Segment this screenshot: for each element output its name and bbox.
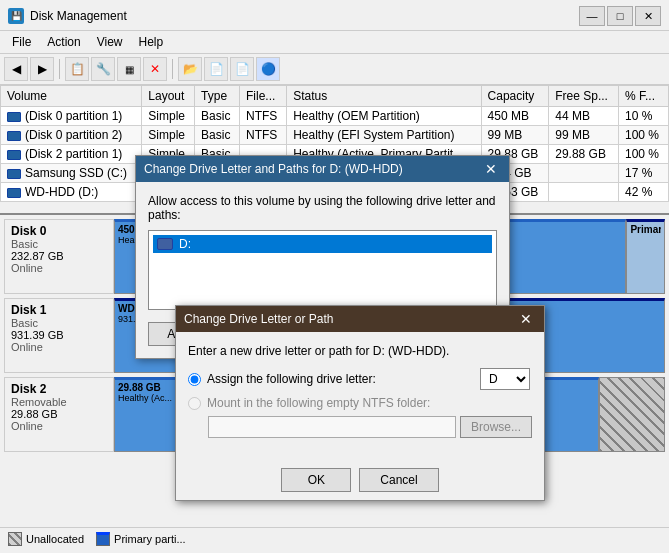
legend-primary-label: Primary parti... <box>114 533 186 545</box>
table-cell: 450 MB <box>481 107 549 126</box>
table-cell: Simple <box>142 107 195 126</box>
disk-size: 931.39 GB <box>11 329 107 341</box>
dialog-change-drive-letter: Change Drive Letter or Path ✕ Enter a ne… <box>175 305 545 501</box>
dialog2-body: Enter a new drive letter or path for D: … <box>176 332 544 460</box>
ntfs-folder-row: Browse... <box>208 416 532 438</box>
dialog1-description: Allow access to this volume by using the… <box>148 194 497 222</box>
menu-view[interactable]: View <box>89 33 131 51</box>
drive-letter-select[interactable]: D E F G <box>480 368 530 390</box>
disk-name: Disk 1 <box>11 303 107 317</box>
legend-unallocated-box <box>8 532 22 546</box>
partition[interactable] <box>599 377 665 452</box>
delete-button[interactable]: ✕ <box>143 57 167 81</box>
toolbar: ◀ ▶ 📋 🔧 ▦ ✕ 📂 📄 📄 🔵 <box>0 54 669 85</box>
help-button[interactable]: 🔧 <box>91 57 115 81</box>
format-button[interactable]: 📄 <box>204 57 228 81</box>
dialog2-footer: OK Cancel <box>176 460 544 500</box>
col-pct[interactable]: % F... <box>618 86 668 107</box>
disk-status: Online <box>11 262 107 274</box>
legend: Unallocated Primary parti... <box>0 527 669 550</box>
back-button[interactable]: ◀ <box>4 57 28 81</box>
col-file[interactable]: File... <box>240 86 287 107</box>
disk-volume-icon <box>7 112 21 122</box>
ok-button[interactable]: OK <box>281 468 351 492</box>
mount-ntfs-radio[interactable] <box>188 397 201 410</box>
new-vol-button[interactable]: 📂 <box>178 57 202 81</box>
col-volume[interactable]: Volume <box>1 86 142 107</box>
disk-label: Disk 1 Basic 931.39 GB Online <box>4 298 114 373</box>
maximize-button[interactable]: □ <box>607 6 633 26</box>
table-cell: Healthy (OEM Partition) <box>287 107 481 126</box>
col-layout[interactable]: Layout <box>142 86 195 107</box>
table-cell: Simple <box>142 126 195 145</box>
disk-type: Basic <box>11 317 107 329</box>
browse-button: Browse... <box>460 416 532 438</box>
table-cell: NTFS <box>240 107 287 126</box>
dialog2-description: Enter a new drive letter or path for D: … <box>188 344 532 358</box>
dialog1-title-bar: Change Drive Letter and Paths for D: (WD… <box>136 156 509 182</box>
cancel-button[interactable]: Cancel <box>359 468 438 492</box>
assign-letter-radio[interactable] <box>188 373 201 386</box>
menu-help[interactable]: Help <box>131 33 172 51</box>
close-button[interactable]: ✕ <box>635 6 661 26</box>
disk-small-icon <box>157 238 173 250</box>
table-cell: 100 % <box>618 126 668 145</box>
dialog1-list-item[interactable]: D: <box>153 235 492 253</box>
partition[interactable]: Primar... <box>626 219 665 294</box>
col-free[interactable]: Free Sp... <box>549 86 619 107</box>
disk-volume-icon <box>7 150 21 160</box>
disk-name: Disk 2 <box>11 382 107 396</box>
title-bar: 💾 Disk Management — □ ✕ <box>0 0 669 31</box>
table-row[interactable]: (Disk 0 partition 1)SimpleBasicNTFSHealt… <box>1 107 669 126</box>
table-cell <box>549 164 619 183</box>
legend-primary-box <box>96 532 110 546</box>
menu-file[interactable]: File <box>4 33 39 51</box>
dialog1-list: D: <box>148 230 497 310</box>
refresh-button[interactable]: 📄 <box>230 57 254 81</box>
col-status[interactable]: Status <box>287 86 481 107</box>
disk-volume-icon <box>7 188 21 198</box>
disk-label: Disk 0 Basic 232.87 GB Online <box>4 219 114 294</box>
table-cell: 17 % <box>618 164 668 183</box>
dialog2-title-bar: Change Drive Letter or Path ✕ <box>176 306 544 332</box>
disk-type: Basic <box>11 238 107 250</box>
legend-unallocated: Unallocated <box>8 532 84 546</box>
col-capacity[interactable]: Capacity <box>481 86 549 107</box>
disk-status: Online <box>11 341 107 353</box>
mount-ntfs-label: Mount in the following empty NTFS folder… <box>207 396 430 410</box>
disk-size: 29.88 GB <box>11 408 107 420</box>
table-cell: WD-HDD (D:) <box>1 183 142 202</box>
table-row[interactable]: (Disk 0 partition 2)SimpleBasicNTFSHealt… <box>1 126 669 145</box>
app-title: Disk Management <box>30 9 127 23</box>
properties-button[interactable]: 📋 <box>65 57 89 81</box>
dialog2-title-text: Change Drive Letter or Path <box>184 312 333 326</box>
table-cell: NTFS <box>240 126 287 145</box>
table-cell <box>549 183 619 202</box>
dialog2-close-button[interactable]: ✕ <box>516 311 536 327</box>
dialog1-close-button[interactable]: ✕ <box>481 161 501 177</box>
minimize-button[interactable]: — <box>579 6 605 26</box>
menu-bar: File Action View Help <box>0 31 669 54</box>
disk-volume-icon <box>7 131 21 141</box>
partition-name: Primar... <box>630 224 661 235</box>
table-cell: 99 MB <box>549 126 619 145</box>
settings-button[interactable]: 🔵 <box>256 57 280 81</box>
legend-primary: Primary parti... <box>96 532 186 546</box>
disk-size: 232.87 GB <box>11 250 107 262</box>
table-cell: 29.88 GB <box>549 145 619 164</box>
app-icon: 💾 <box>8 8 24 24</box>
disk-type: Removable <box>11 396 107 408</box>
col-type[interactable]: Type <box>195 86 240 107</box>
table-cell: Healthy (EFI System Partition) <box>287 126 481 145</box>
table-cell: 42 % <box>618 183 668 202</box>
forward-button[interactable]: ▶ <box>30 57 54 81</box>
separator1 <box>59 59 60 79</box>
table-cell: (Disk 2 partition 1) <box>1 145 142 164</box>
disk-status: Online <box>11 420 107 432</box>
disk-props-button[interactable]: ▦ <box>117 57 141 81</box>
table-cell: Basic <box>195 126 240 145</box>
menu-action[interactable]: Action <box>39 33 88 51</box>
separator2 <box>172 59 173 79</box>
table-cell: 100 % <box>618 145 668 164</box>
disk-volume-icon <box>7 169 21 179</box>
